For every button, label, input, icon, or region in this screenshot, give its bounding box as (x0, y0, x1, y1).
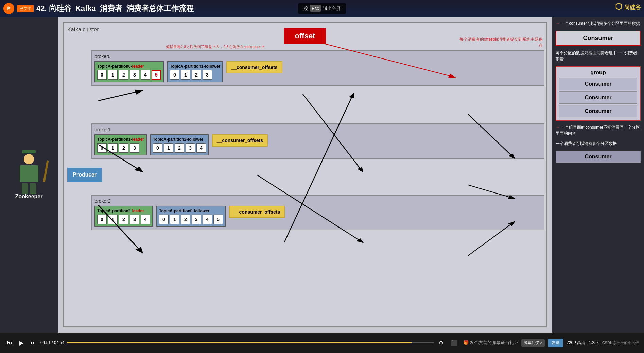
logo: ⬡ 尚硅谷 (615, 2, 641, 11)
partition0-follower-b2: TopicA-partition0-follower 0 1 2 3 4 5 (156, 206, 226, 227)
consumer-bottom: Consumer (556, 151, 641, 163)
video-container: 尚 已关注 42. 尚硅谷_Kafka_消费者_消费者总体工作流程 ⬡ 尚硅谷 … (0, 0, 644, 353)
progress-fill (67, 342, 412, 343)
csdn-text: CSDN@社社的比批维 (602, 340, 639, 346)
prev-button[interactable]: ⏮ (5, 338, 15, 347)
esc-key: Esc (310, 5, 321, 12)
zookeeper-figure (10, 150, 48, 191)
broker1-label: broker1 (94, 127, 541, 132)
consumer-offsets-b0: __consumer_offsets (226, 61, 282, 73)
note2: 每个分区的数据只能由消费者组中一个消费者消费 (556, 50, 641, 62)
partition2-follower-b1: TopicA-partition2-follower 0 1 2 3 4 (150, 134, 209, 155)
play-button[interactable]: ▶ (17, 338, 25, 348)
gift-icon[interactable]: 🎁 发个友善的弹幕证当礼 > (463, 340, 518, 346)
danmu-area[interactable]: 弹幕礼仪 > (521, 339, 545, 347)
bottom-bar: ⏮ ▶ ⏭ 04:51 / 04:54 ⚙ ⬛ 🎁 发个友善的弹幕证当礼 > 弹… (0, 333, 644, 353)
diagram-area: Kafka cluster offset 每个消费者的offset由消费者提交到… (58, 17, 552, 333)
offset-location-note: 偏移量再2.8之后放到了磁盘上去，2.8之前放在zookeeper上 (166, 44, 265, 49)
right-panel: → 一个consumer可以消费多个分区里面的数据 Consumer 每个分区的… (552, 17, 644, 333)
page-title: 42. 尚硅谷_Kafka_消费者_消费者总体工作流程 (36, 3, 194, 14)
main-content: Zookeeper Kafka cluster offset 每个消费者的off… (0, 17, 644, 333)
broker2-box: broker2 TopicA-partition2-leader 0 1 2 (91, 195, 544, 234)
zookeeper-panel: Zookeeper (0, 17, 58, 333)
consumer-offsets-b2: __consumer_offsets (229, 206, 285, 218)
time-display: 04:51 / 04:54 (40, 340, 64, 345)
note3: → 一个组里面的consumer不能消费同一个分区里面的内容 (556, 124, 641, 136)
quality-button[interactable]: 720P 高清 (567, 340, 585, 346)
consumer-item-3: Consumer (559, 105, 637, 117)
partition0-leader: TopicA-partition0-leader 0 1 2 3 4 5 (94, 61, 164, 82)
partition1-leader: TopicA-partition1-leader 0 1 2 3 (94, 134, 147, 155)
bottom-right-controls: ⚙ ⬛ 🎁 发个友善的弹幕证当礼 > 弹幕礼仪 > 发送 720P 高清 1.2… (437, 338, 639, 348)
consumer-single: Consumer (556, 31, 641, 46)
broker1-box: broker1 TopicA-partition1-leader 0 1 2 (91, 123, 544, 162)
subtitle-button[interactable]: ⬛ (449, 338, 460, 348)
group-label: group (559, 70, 637, 76)
note4: 一个消费者可以消费多个分区数据 (556, 140, 641, 147)
esc-banner: 按 Esc 退出全屏 (298, 3, 346, 14)
consumer-item-1: Consumer (559, 78, 637, 90)
partition2-leader: TopicA-partition2-leader 0 1 2 3 4 (94, 206, 153, 227)
broker0-label: broker0 (94, 54, 541, 59)
producer-box: Producer (67, 168, 102, 182)
consumer-group: group Consumer Consumer Consumer (556, 66, 641, 121)
offset-box: offset (284, 28, 326, 44)
send-button[interactable]: 发送 (548, 339, 563, 347)
avatar: 尚 (3, 3, 14, 14)
diagram-note-top: 每个消费者的offset由消费者提交到系统主题保存 (458, 37, 543, 48)
speed-button[interactable]: 1.25x (589, 340, 598, 345)
progress-bar[interactable] (67, 342, 434, 343)
settings-button[interactable]: ⚙ (437, 338, 446, 348)
partition1-follower-b0: TopicA-partition1-follower 0 1 2 3 (167, 61, 223, 82)
broker2-label: broker2 (94, 198, 541, 204)
kafka-cluster-box: Kafka cluster offset 每个消费者的offset由消费者提交到… (63, 22, 547, 327)
progress-area: 04:51 / 04:54 (40, 340, 434, 345)
consumer-offsets-b1: __consumer_offsets (212, 134, 268, 147)
svg-line-0 (98, 90, 142, 101)
consumer-item-2: Consumer (559, 91, 637, 104)
next-button[interactable]: ⏭ (28, 338, 38, 347)
broker0-box: broker0 TopicA-partition0-leader 0 1 2 (91, 50, 544, 89)
zookeeper-label: Zookeeper (15, 194, 43, 200)
note1: → 一个consumer可以消费多个分区里面的数据 (556, 20, 641, 27)
subscribe-button[interactable]: 已关注 (17, 5, 34, 12)
